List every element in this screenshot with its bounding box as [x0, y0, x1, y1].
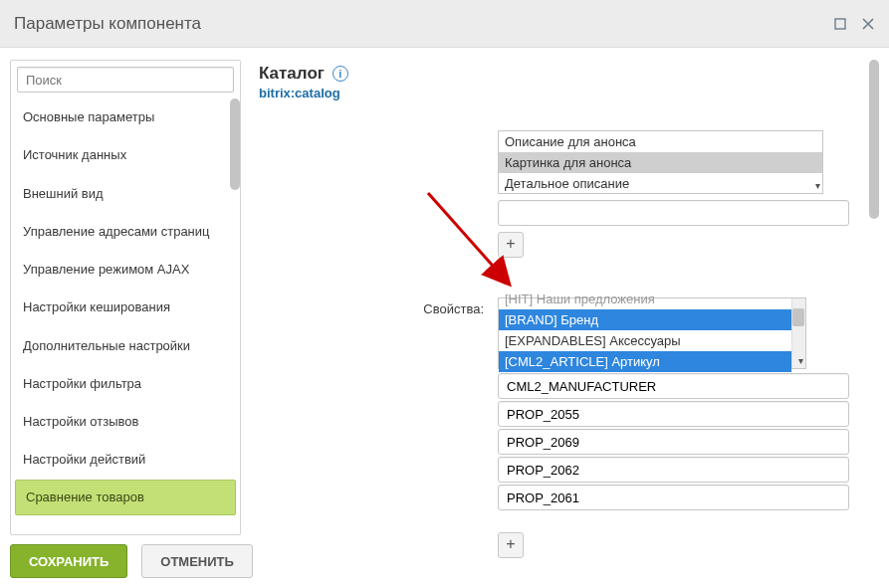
listbox-option-clipped[interactable]: [HIT] Наши предложения: [499, 289, 791, 309]
search-wrap: [11, 61, 240, 98]
search-input[interactable]: [17, 67, 234, 93]
prop-input[interactable]: [498, 401, 849, 427]
sidebar-item[interactable]: Внешний вид: [11, 175, 240, 213]
sidebar-scrollbar-thumb[interactable]: [230, 98, 240, 190]
maximize-icon[interactable]: [833, 17, 847, 31]
titlebar: Параметры компонента: [0, 0, 889, 48]
sidebar-item-label: Внешний вид: [23, 186, 104, 201]
sidebar-item[interactable]: Настройки отзывов: [11, 403, 240, 441]
close-icon[interactable]: [861, 17, 875, 31]
listbox-option-selected[interactable]: [CML2_ARTICLE] Артикул: [499, 351, 791, 372]
sidebar-item-label: Настройки кеширования: [23, 299, 170, 314]
component-id: bitrix:catalog: [259, 86, 879, 100]
main-panel: Каталог i bitrix:catalog Описание для ан…: [259, 60, 879, 535]
sidebar-item-label: Основные параметры: [23, 109, 154, 124]
add-prop-button[interactable]: +: [498, 532, 524, 558]
add-field-button[interactable]: +: [498, 232, 524, 258]
props-label: Свойства:: [259, 297, 498, 316]
sidebar-item-label: Источник данных: [23, 147, 126, 162]
svg-rect-0: [835, 19, 845, 29]
sidebar-item-active[interactable]: Сравнение товаров: [15, 480, 236, 515]
sidebar-item-label: Настройки действий: [23, 452, 145, 467]
page-title: Каталог: [259, 64, 325, 84]
sidebar-list: Основные параметры Источник данных Внешн…: [11, 98, 240, 534]
info-icon[interactable]: i: [333, 66, 348, 82]
sidebar-item-label: Сравнение товаров: [26, 490, 144, 504]
chevron-down-icon: ▾: [798, 355, 803, 366]
window-controls: [833, 17, 875, 31]
sidebar-item[interactable]: Настройки фильтра: [11, 365, 240, 403]
listbox-option-selected[interactable]: [BRAND] Бренд: [499, 309, 791, 330]
window-title: Параметры компонента: [14, 14, 201, 34]
sidebar-item[interactable]: Источник данных: [11, 136, 240, 174]
sidebar-item[interactable]: Управление режимом AJAX: [11, 251, 240, 289]
listbox-scrollbar-thumb[interactable]: [792, 308, 804, 326]
cancel-button[interactable]: ОТМЕНИТЬ: [141, 544, 253, 578]
sidebar: Основные параметры Источник данных Внешн…: [10, 60, 241, 535]
sidebar-item-label: Настройки фильтра: [23, 376, 141, 391]
workarea: Основные параметры Источник данных Внешн…: [0, 48, 889, 535]
main-header: Каталог i bitrix:catalog: [259, 60, 879, 100]
sidebar-item[interactable]: Дополнительные настройки: [11, 327, 240, 365]
sidebar-item-label: Настройки отзывов: [23, 414, 138, 429]
listbox-option-selected[interactable]: Картинка для анонса: [499, 152, 822, 173]
sidebar-item-label: Управление режимом AJAX: [23, 262, 189, 277]
fields-listbox[interactable]: Описание для анонса Картинка для анонса …: [498, 130, 823, 194]
field-text-input[interactable]: [498, 200, 849, 226]
props-listbox[interactable]: [HIT] Наши предложения [BRAND] Бренд [EX…: [498, 297, 806, 369]
listbox-option[interactable]: Детальное описание: [499, 173, 822, 194]
sidebar-item[interactable]: Основные параметры: [11, 98, 240, 136]
listbox-option[interactable]: [EXPANDABLES] Аксессуары: [499, 330, 791, 351]
prop-input[interactable]: [498, 373, 849, 399]
listbox-option[interactable]: Описание для анонса: [499, 131, 822, 152]
sidebar-item-label: Дополнительные настройки: [23, 338, 190, 353]
sidebar-item[interactable]: Настройки кеширования: [11, 289, 240, 326]
prop-input[interactable]: [498, 429, 849, 455]
sidebar-item-label: Управление адресами страниц: [23, 224, 210, 239]
save-button[interactable]: СОХРАНИТЬ: [10, 544, 127, 578]
sidebar-item[interactable]: Управление адресами страниц: [11, 213, 240, 251]
footer: СОХРАНИТЬ ОТМЕНИТЬ: [10, 544, 253, 578]
sidebar-item[interactable]: Настройки действий: [11, 441, 240, 479]
chevron-down-icon: ▾: [815, 180, 820, 191]
prop-input[interactable]: [498, 457, 849, 483]
params-area: Описание для анонса Картинка для анонса …: [259, 130, 879, 568]
prop-input[interactable]: [498, 485, 849, 510]
